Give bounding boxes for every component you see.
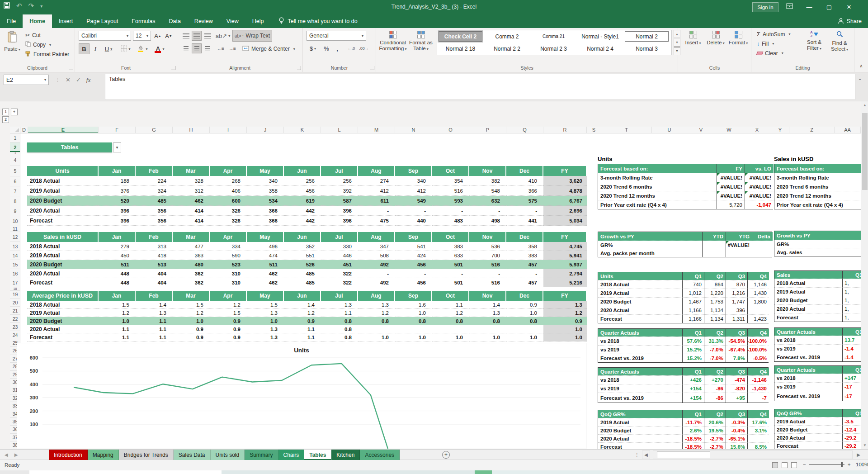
panel-cell[interactable]: -12.4 — [842, 425, 861, 433]
row-header-14[interactable]: 14 — [10, 251, 20, 260]
cell[interactable]: 396 — [99, 216, 136, 226]
merge-center-button[interactable]: Merge & Center — [241, 43, 297, 54]
row-label[interactable]: 2019 Actual — [27, 186, 99, 196]
panel-row-label[interactable]: 2020 Actual — [774, 433, 842, 441]
fy-cell[interactable]: 2,696 — [543, 206, 587, 216]
panel-row-label[interactable]: vs 2018 — [598, 337, 682, 345]
cell[interactable]: 363 — [173, 251, 210, 260]
panel-cell[interactable]: +147 — [842, 374, 861, 382]
cell[interactable]: 382 — [469, 176, 506, 186]
panel-cell[interactable]: 1,166 — [682, 306, 704, 314]
style-item[interactable]: Normal 2 — [625, 31, 669, 42]
panel-cell[interactable] — [752, 249, 773, 257]
row-label[interactable]: Forecast — [27, 216, 99, 226]
cell[interactable]: 1.1 — [136, 317, 173, 325]
panel-cell[interactable]: #VALUE! — [717, 173, 745, 182]
cell[interactable]: 188 — [99, 176, 136, 186]
panel-row-label[interactable]: 2020 Actual — [774, 304, 842, 313]
sheet-tab-summary[interactable]: Summary — [245, 450, 278, 460]
panel-cell[interactable]: 1,220 — [704, 289, 726, 297]
sheet-tab-kitchen[interactable]: Kitchen — [331, 450, 360, 460]
panel-cell[interactable]: 13.7 — [842, 336, 861, 344]
cell[interactable]: 475 — [358, 216, 395, 226]
cell[interactable]: 619 — [284, 196, 321, 206]
row-header-2[interactable]: 2 — [10, 142, 20, 152]
cell[interactable]: 448 — [99, 269, 136, 278]
cell[interactable]: 356 — [136, 216, 173, 226]
panel-row-label[interactable]: vs 2019 — [598, 384, 682, 393]
row-label[interactable]: 2020 Actual — [27, 269, 99, 278]
cell[interactable]: 0.9 — [210, 333, 247, 341]
cell[interactable]: 268 — [210, 176, 247, 186]
cell[interactable]: 1.2 — [358, 309, 395, 317]
cell[interactable] — [358, 325, 395, 333]
delete-cells-button[interactable]: Delete — [705, 29, 726, 46]
select-all-corner[interactable] — [10, 127, 20, 133]
panel-cell[interactable]: -1,430 — [747, 384, 769, 393]
panel-cell[interactable]: -0.3% — [726, 418, 747, 426]
panel-cell[interactable]: +270 — [704, 375, 726, 384]
panel-cell[interactable]: 740 — [682, 280, 704, 289]
panel-row-label[interactable]: 2019 Actual — [774, 417, 842, 425]
cell[interactable]: 328 — [173, 176, 210, 186]
panel-cell[interactable]: -0.4% — [726, 426, 747, 434]
decrease-indent-icon[interactable]: ←≡ — [215, 43, 226, 53]
cell[interactable]: 1.2 — [210, 301, 247, 309]
panel-row-label[interactable]: 2019 Actual — [598, 418, 682, 426]
alignment-dialog-launcher[interactable] — [297, 66, 301, 70]
cell[interactable]: 322 — [321, 278, 358, 287]
cell[interactable]: 483 — [432, 216, 469, 226]
increase-decimal-icon[interactable]: ←.0 — [345, 43, 357, 53]
cell[interactable]: 451 — [321, 260, 358, 269]
tables-dropdown[interactable]: Tables — [27, 142, 112, 152]
cell[interactable]: 256 — [321, 176, 358, 186]
fy-cell[interactable]: 5,034 — [543, 216, 587, 226]
panel-cell[interactable]: 1,753 — [704, 297, 726, 306]
column-header-E[interactable]: E — [28, 127, 99, 133]
panel-cell[interactable]: +154 — [682, 384, 704, 393]
cell[interactable]: 600 — [210, 196, 247, 206]
cell[interactable]: 362 — [173, 278, 210, 287]
menu-tab-insert[interactable]: Insert — [52, 14, 80, 28]
cell[interactable]: 477 — [173, 242, 210, 251]
column-header-H[interactable]: H — [173, 127, 210, 133]
cell[interactable]: 541 — [395, 242, 432, 251]
align-middle-icon[interactable] — [192, 31, 202, 41]
confirm-entry-icon[interactable]: ✓ — [76, 76, 81, 83]
panel-row-label[interactable]: Avg. sales — [774, 248, 861, 256]
prev-sheet-icon[interactable]: ◀ — [5, 452, 8, 457]
cell[interactable]: 404 — [136, 278, 173, 287]
cell[interactable]: 412 — [395, 186, 432, 196]
cell[interactable]: 1.4 — [136, 301, 173, 309]
cell[interactable]: 442 — [284, 216, 321, 226]
cell[interactable]: 1.0 — [395, 309, 432, 317]
column-header-L[interactable]: L — [321, 127, 358, 133]
cell[interactable]: 312 — [173, 186, 210, 196]
cell[interactable]: 0.9 — [210, 317, 247, 325]
panel-cell[interactable]: +154 — [682, 393, 704, 403]
panel-cell[interactable]: 1,423 — [747, 314, 769, 323]
currency-button[interactable]: $ — [307, 43, 319, 53]
cell[interactable]: 575 — [506, 196, 543, 206]
cell[interactable]: 1.1 — [99, 333, 136, 341]
cell[interactable]: 611 — [358, 196, 395, 206]
share-button[interactable]: Share — [838, 14, 862, 28]
cell[interactable]: 632 — [469, 196, 506, 206]
panel-row-label[interactable]: vs 2019 — [598, 345, 682, 354]
fy-cell[interactable]: 1.2 — [543, 309, 587, 317]
customize-qat-icon[interactable]: ▾ — [40, 4, 42, 9]
cell[interactable]: 334 — [210, 242, 247, 251]
panel-row-label[interactable]: 2019 Actual — [598, 289, 682, 297]
column-header-Q[interactable]: Q — [506, 127, 543, 133]
cell[interactable]: 480 — [173, 260, 210, 269]
underline-button[interactable]: U — [101, 43, 116, 54]
cell[interactable]: 1.0 — [173, 317, 210, 325]
fy-cell[interactable]: 1.0 — [543, 325, 587, 333]
cell[interactable]: 352 — [284, 242, 321, 251]
cell[interactable]: 700 — [469, 251, 506, 260]
cell[interactable]: 523 — [210, 260, 247, 269]
row-header-6[interactable]: 6 — [10, 176, 20, 186]
cell[interactable]: 366 — [247, 206, 284, 216]
panel-cell[interactable]: 1,800 — [747, 297, 769, 306]
cell[interactable]: 441 — [506, 216, 543, 226]
